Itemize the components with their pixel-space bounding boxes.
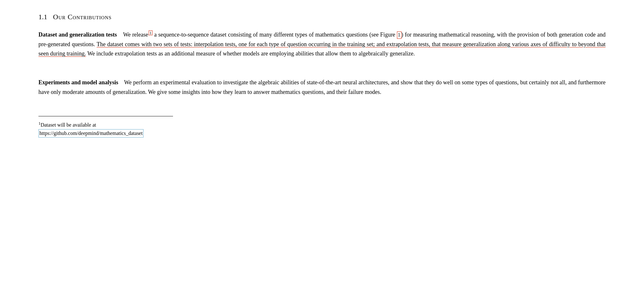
- dataset-paragraph: Dataset and generalization tests We rele…: [38, 30, 606, 59]
- section-title: Our Contributions: [53, 13, 112, 21]
- underlined-sentence: The dataset comes with two sets of tests…: [38, 41, 606, 57]
- footnote-marker-1: 1: [149, 30, 153, 35]
- experiments-paragraph: Experiments and model analysis We perfor…: [38, 78, 606, 97]
- paragraph-spacer: [38, 70, 606, 78]
- footnote-superscript: 1: [38, 121, 41, 126]
- figure-ref-1: 1: [397, 31, 401, 39]
- dataset-term: Dataset and generalization tests: [38, 31, 117, 38]
- section-number: 1.1: [38, 13, 47, 21]
- experiments-term: Experiments and model analysis: [38, 79, 118, 86]
- experiments-text: Experiments and model analysis We perfor…: [38, 78, 606, 97]
- dataset-text: Dataset and generalization tests We rele…: [38, 30, 606, 59]
- footnote-section: 1Dataset will be available at https://gi…: [38, 116, 173, 137]
- section-heading: 1.1 Our Contributions: [38, 13, 606, 21]
- footnote-1: 1Dataset will be available at https://gi…: [38, 120, 173, 137]
- footnote-link[interactable]: https://github.com/deepmind/mathematics_…: [38, 129, 144, 138]
